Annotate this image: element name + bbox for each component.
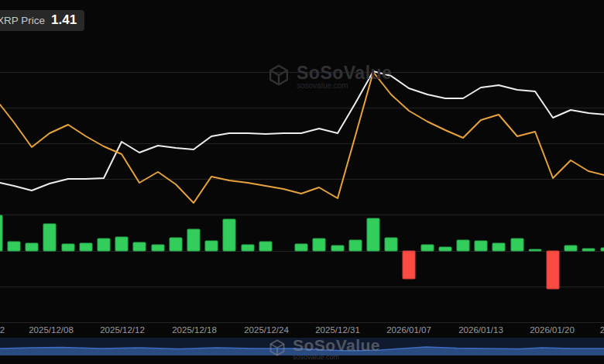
bar-up — [187, 229, 200, 251]
bar-up — [385, 238, 397, 251]
x-tick-label: 2026/01/20 — [530, 325, 575, 335]
x-tick-label: 2025/12/24 — [244, 325, 289, 335]
bar-up — [367, 218, 379, 251]
bar-up — [80, 243, 92, 251]
bar-up — [242, 245, 254, 251]
bar-up — [115, 237, 128, 251]
x-tick-label: 2 — [0, 325, 5, 335]
bar-up — [98, 239, 110, 251]
bar-down — [403, 251, 415, 279]
gridlines — [0, 73, 604, 323]
price-badge-value: 1.41 — [51, 12, 77, 28]
secondary-orange-line — [0, 72, 604, 203]
bar-up — [313, 239, 325, 251]
price-badge: XRP Price 1.41 — [0, 10, 84, 31]
x-tick-label: 2026/01/07 — [386, 325, 431, 335]
bar-up — [529, 249, 541, 251]
bar-up — [457, 240, 469, 251]
bar-up — [439, 247, 451, 251]
bar-up — [492, 243, 505, 251]
bar-up — [223, 219, 235, 251]
x-tick-label: 2026/01/13 — [458, 325, 503, 335]
bar-up — [152, 245, 164, 251]
bar-up — [421, 245, 434, 251]
bar-up — [582, 249, 595, 251]
bar-up — [170, 238, 182, 251]
bar-up — [133, 242, 146, 251]
x-tick-label: 2025/12/08 — [29, 325, 74, 335]
bar-up — [43, 224, 56, 251]
bar-up — [0, 215, 2, 251]
price-chart-canvas[interactable] — [0, 0, 604, 338]
bar-up — [511, 239, 523, 251]
bar-up — [8, 242, 20, 251]
bar-up — [26, 243, 38, 251]
x-axis: 22025/12/082025/12/122025/12/182025/12/2… — [0, 325, 604, 338]
bar-up — [475, 241, 487, 251]
price-badge-label: XRP Price — [0, 15, 45, 26]
chart-panel: SoSoValue sosovalue.com XRP Price 1.41 2… — [0, 0, 604, 364]
bar-up — [331, 246, 344, 251]
navigator[interactable] — [0, 338, 604, 355]
x-tick-label: 2025/12/12 — [100, 325, 145, 335]
bar-up — [295, 244, 307, 251]
x-tick-label: 2025/12/31 — [315, 325, 360, 335]
bar-down — [547, 251, 559, 289]
bar-up — [259, 242, 272, 251]
bar-up — [601, 248, 604, 251]
bar-up — [565, 246, 577, 251]
flow-histogram — [0, 215, 604, 289]
bar-up — [205, 241, 218, 251]
x-tick-label: 2 — [600, 325, 604, 335]
bar-up — [62, 244, 74, 251]
bar-up — [349, 240, 362, 251]
x-tick-label: 2025/12/18 — [172, 325, 217, 335]
